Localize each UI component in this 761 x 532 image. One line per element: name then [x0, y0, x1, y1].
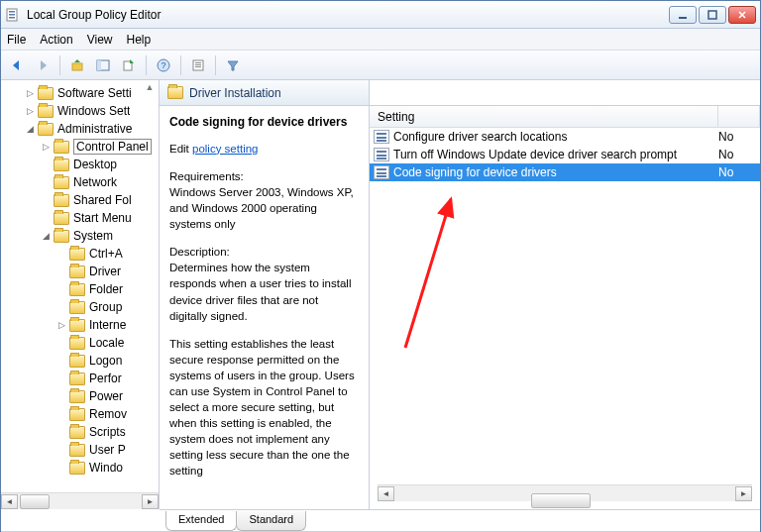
- expand-icon[interactable]: ▷: [25, 106, 36, 117]
- tree-item[interactable]: Shared Fol: [1, 191, 159, 209]
- expand-icon[interactable]: [41, 195, 52, 206]
- tree-label: Ctrl+A: [89, 247, 123, 261]
- expand-icon[interactable]: [56, 409, 67, 420]
- list-horizontal-scrollbar[interactable]: ◄ ►: [378, 484, 752, 501]
- scroll-left-button[interactable]: ◄: [1, 494, 18, 509]
- expand-icon[interactable]: ▷: [25, 88, 36, 99]
- show-hide-tree-button[interactable]: [91, 53, 115, 77]
- column-state[interactable]: [718, 106, 760, 127]
- tree-item[interactable]: Start Menu: [1, 209, 159, 227]
- tree-item[interactable]: Driver: [1, 263, 159, 280]
- forward-button[interactable]: [31, 53, 54, 77]
- tree-item[interactable]: ▷Windows Sett: [1, 102, 159, 120]
- tree-item[interactable]: User P: [1, 441, 159, 459]
- tree-item[interactable]: Logon: [1, 352, 159, 370]
- menu-view[interactable]: View: [87, 33, 113, 47]
- tree-horizontal-scrollbar[interactable]: ◄ ►: [1, 492, 159, 509]
- tree-item[interactable]: Windo: [1, 459, 159, 477]
- tree-item[interactable]: Locale: [1, 334, 159, 352]
- edit-policy-link[interactable]: policy setting: [192, 143, 258, 155]
- help-button[interactable]: ?: [152, 53, 175, 77]
- expand-icon[interactable]: [56, 284, 67, 295]
- expand-icon[interactable]: [41, 213, 52, 224]
- expand-icon[interactable]: ▷: [41, 142, 52, 153]
- scroll-right-button[interactable]: ►: [142, 494, 159, 509]
- tab-standard[interactable]: Standard: [236, 511, 306, 531]
- expand-icon[interactable]: ◢: [25, 124, 36, 135]
- tree-item[interactable]: ▷Interne: [1, 316, 159, 334]
- tab-extended[interactable]: Extended: [165, 511, 237, 531]
- close-button[interactable]: [728, 6, 756, 24]
- tree-item[interactable]: Power: [1, 387, 159, 405]
- tree-label: Interne: [89, 318, 126, 332]
- list-row[interactable]: Turn off Windows Update device driver se…: [370, 146, 760, 163]
- tree-label: Group: [89, 300, 122, 314]
- tree-item[interactable]: Perfor: [1, 370, 159, 387]
- back-button[interactable]: [5, 53, 29, 77]
- description-body-1: Determines how the system responds when …: [169, 260, 359, 323]
- tree-item[interactable]: Desktop: [1, 156, 159, 173]
- window-controls: [669, 6, 756, 24]
- up-button[interactable]: [65, 53, 89, 77]
- detail-pane: Driver Installation Code signing for dev…: [160, 80, 370, 509]
- expand-icon[interactable]: [56, 356, 67, 367]
- tree-label: Remov: [89, 407, 127, 421]
- expand-icon[interactable]: [41, 177, 52, 188]
- scroll-left-button[interactable]: ◄: [378, 486, 394, 501]
- svg-rect-5: [708, 11, 716, 19]
- tree-item[interactable]: Network: [1, 173, 159, 191]
- expand-icon[interactable]: ▷: [56, 320, 67, 331]
- expand-icon[interactable]: [56, 391, 67, 402]
- folder-icon: [69, 462, 85, 475]
- list-header: Setting: [370, 106, 760, 128]
- folder-icon: [54, 194, 69, 207]
- svg-rect-4: [679, 17, 687, 19]
- expand-icon[interactable]: [56, 338, 67, 349]
- tree-label: Start Menu: [73, 211, 132, 225]
- tree-item[interactable]: ▷Software Setti: [1, 84, 159, 102]
- list-body: Configure driver search locationsNoTurn …: [370, 128, 760, 477]
- properties-button[interactable]: [186, 53, 210, 77]
- svg-rect-10: [97, 60, 101, 70]
- list-row[interactable]: Configure driver search locationsNo: [370, 128, 760, 146]
- tree-item[interactable]: Scripts: [1, 423, 159, 441]
- expand-icon[interactable]: [56, 302, 67, 313]
- window-title: Local Group Policy Editor: [27, 8, 669, 22]
- tree-label: Shared Fol: [73, 193, 132, 207]
- scroll-thumb[interactable]: [531, 493, 591, 508]
- tree-item[interactable]: ▷Control Panel: [1, 138, 159, 156]
- requirements-body: Windows Server 2003, Windows XP, and Win…: [169, 184, 359, 232]
- content-area: ▲ ▷Software Setti▷Windows Sett◢Administr…: [1, 80, 760, 509]
- minimize-button[interactable]: [669, 6, 697, 24]
- expand-icon[interactable]: [41, 160, 52, 170]
- expand-icon[interactable]: [56, 427, 67, 438]
- tree-item[interactable]: Ctrl+A: [1, 245, 159, 263]
- menu-action[interactable]: Action: [40, 33, 72, 47]
- folder-icon: [54, 141, 69, 154]
- expand-icon[interactable]: ◢: [41, 231, 52, 242]
- tree-item[interactable]: Group: [1, 298, 159, 316]
- expand-icon[interactable]: [56, 373, 67, 384]
- expand-icon[interactable]: [56, 266, 67, 277]
- expand-icon[interactable]: [56, 445, 67, 456]
- toolbar-separator: [215, 55, 216, 75]
- tree-item[interactable]: ◢Administrative: [1, 120, 159, 138]
- tree-item[interactable]: ◢System: [1, 227, 159, 245]
- menu-file[interactable]: File: [7, 33, 26, 47]
- expand-icon[interactable]: [56, 249, 67, 260]
- folder-icon: [69, 444, 85, 457]
- filter-button[interactable]: [221, 53, 245, 77]
- column-setting[interactable]: Setting: [370, 106, 718, 127]
- menu-help[interactable]: Help: [127, 33, 152, 47]
- list-row[interactable]: Code signing for device driversNo: [370, 163, 760, 181]
- export-button[interactable]: [117, 53, 141, 77]
- list-pane: Setting Configure driver search location…: [370, 80, 760, 509]
- scroll-right-button[interactable]: ►: [735, 486, 752, 501]
- tree-item[interactable]: Folder: [1, 280, 159, 298]
- scroll-thumb[interactable]: [20, 494, 50, 509]
- folder-icon: [69, 301, 85, 314]
- tree-item[interactable]: Remov: [1, 405, 159, 423]
- expand-icon[interactable]: [56, 463, 67, 474]
- svg-rect-8: [72, 63, 82, 70]
- maximize-button[interactable]: [699, 6, 726, 24]
